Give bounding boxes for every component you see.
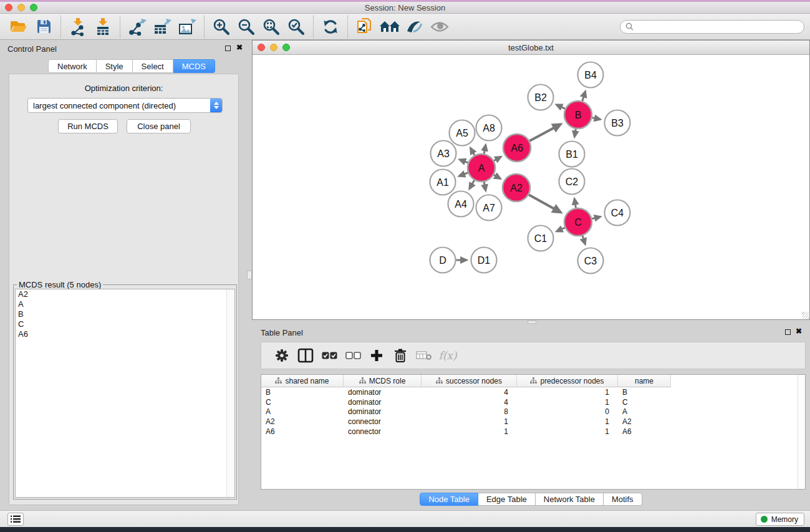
graph-node-A4[interactable]: A4	[448, 191, 474, 217]
graph-node-B1[interactable]: B1	[559, 142, 585, 167]
graph-edge-A-A3[interactable]	[460, 160, 468, 163]
graph-node-A3[interactable]: A3	[431, 141, 456, 167]
tab-motifs[interactable]: Motifs	[604, 493, 642, 506]
task-history-button[interactable]	[7, 513, 24, 526]
table-row[interactable]: Adominator80A	[261, 407, 805, 417]
tab-node-table[interactable]: Node Table	[420, 493, 478, 506]
table-row[interactable]: A6connector11A6	[261, 427, 805, 437]
deselect-all-button[interactable]	[341, 344, 365, 367]
column-header-MCDS-role[interactable]: MCDS role	[344, 375, 422, 387]
graph-edge-A6-B[interactable]	[529, 124, 560, 141]
graph-edge-C-C3[interactable]	[582, 236, 585, 244]
column-header-predecessor-nodes[interactable]: predecessor nodes	[517, 375, 618, 387]
graph-node-A1[interactable]: A1	[430, 170, 456, 195]
zoom-selected-button[interactable]	[284, 16, 309, 38]
mcds-result-list[interactable]: A2ABCA6	[15, 289, 235, 498]
tab-edge-table[interactable]: Edge Table	[478, 493, 536, 506]
run-mcds-button[interactable]: Run MCDS	[58, 119, 118, 133]
column-header-name[interactable]: name	[618, 375, 671, 387]
memory-button[interactable]: Memory	[756, 513, 804, 526]
toolbar-search[interactable]	[620, 20, 804, 34]
result-item[interactable]: C	[16, 319, 234, 329]
import-table-button[interactable]	[90, 16, 115, 38]
criterion-dropdown[interactable]: largest connected component (directed)	[27, 98, 223, 113]
graph-edge-C-C2[interactable]	[574, 199, 576, 208]
graph-node-A5[interactable]: A5	[450, 120, 475, 146]
graph-edge-A-A7[interactable]	[484, 182, 486, 191]
graph-edge-B-B1[interactable]	[574, 129, 576, 137]
home-button[interactable]	[377, 16, 402, 38]
graph-node-B[interactable]: B	[564, 101, 592, 128]
window-resize-grip[interactable]	[802, 312, 809, 319]
graph-node-A[interactable]: A	[468, 154, 495, 181]
graph-edge-A-A6[interactable]	[494, 157, 501, 161]
splitter-handle-vertical[interactable]	[247, 271, 252, 279]
graph-edge-C-C4[interactable]	[592, 217, 600, 219]
tab-select[interactable]: Select	[133, 59, 173, 73]
float-panel-icon[interactable]	[225, 46, 231, 51]
show-column-button[interactable]	[294, 344, 317, 367]
refresh-button[interactable]	[318, 16, 343, 38]
column-header-successor-nodes[interactable]: successor nodes	[422, 375, 517, 387]
network-canvas[interactable]: AA1A2A3A4A5A6A7A8BB1B2B3B4CC1C2C3C4DD1	[253, 55, 809, 319]
result-item[interactable]: A	[16, 299, 234, 309]
zoom-in-button[interactable]	[209, 16, 234, 38]
table-scrollbar[interactable]	[798, 375, 805, 489]
graph-edge-A-A8[interactable]	[484, 145, 486, 154]
result-item[interactable]: B	[16, 309, 234, 319]
tab-network[interactable]: Network	[48, 59, 97, 73]
zoom-out-button[interactable]	[234, 16, 259, 38]
tab-style[interactable]: Style	[97, 59, 133, 73]
close-table-panel-icon[interactable]: ✖	[796, 327, 802, 336]
table-row[interactable]: A2connector11A2	[261, 417, 805, 427]
graph-node-D1[interactable]: D1	[471, 248, 497, 273]
open-session-button[interactable]	[6, 16, 31, 38]
graph-node-C3[interactable]: C3	[578, 248, 604, 274]
birds-eye-view-button[interactable]	[402, 16, 427, 38]
table-row[interactable]: Bdominator41B	[261, 387, 805, 397]
graph-edge-A-A5[interactable]	[471, 148, 475, 155]
result-item[interactable]: A2	[16, 289, 234, 299]
graph-node-C2[interactable]: C2	[559, 169, 585, 195]
close-panel-icon[interactable]: ✖	[236, 43, 243, 52]
result-list-scrollbar[interactable]	[226, 289, 234, 497]
function-builder-button[interactable]: f(x)	[436, 344, 460, 367]
graph-edge-B-B2[interactable]	[557, 105, 566, 109]
graph-node-A2[interactable]: A2	[503, 174, 530, 201]
create-column-button[interactable]	[365, 344, 388, 367]
graph-node-B2[interactable]: B2	[528, 85, 554, 110]
table-row[interactable]: Cdominator41C	[261, 397, 805, 407]
graph-edge-A-A1[interactable]	[460, 173, 468, 176]
graph-node-C[interactable]: C	[564, 208, 592, 236]
float-table-panel-icon[interactable]	[785, 329, 791, 335]
graph-node-B4[interactable]: B4	[578, 62, 604, 88]
delete-table-button[interactable]	[412, 344, 436, 367]
tab-mcds[interactable]: MCDS	[173, 59, 215, 73]
graph-edge-C-C1[interactable]	[557, 228, 565, 231]
graph-edge-A-A4[interactable]	[470, 180, 475, 188]
select-all-button[interactable]	[317, 344, 341, 367]
graph-node-A6[interactable]: A6	[503, 134, 531, 162]
zoom-fit-button[interactable]	[259, 16, 284, 38]
graph-node-C1[interactable]: C1	[528, 226, 554, 251]
graph-node-C4[interactable]: C4	[605, 200, 630, 226]
network-window-titlebar[interactable]: testGlobe.txt	[253, 41, 809, 55]
graph-edge-A-A2[interactable]	[494, 175, 500, 178]
delete-columns-button[interactable]	[388, 344, 412, 367]
splitter-handle-horizontal[interactable]	[528, 321, 536, 324]
search-input[interactable]	[634, 22, 789, 32]
graph-edge-B-B3[interactable]	[592, 118, 600, 120]
export-network-button[interactable]	[125, 16, 150, 38]
graph-node-A7[interactable]: A7	[476, 195, 502, 221]
column-header-shared-name[interactable]: shared name	[261, 375, 344, 387]
save-session-button[interactable]	[31, 16, 56, 38]
show-hide-panels-button[interactable]	[427, 16, 452, 38]
tab-network-table[interactable]: Network Table	[536, 493, 604, 506]
graph-edge-B-B4[interactable]	[582, 92, 586, 101]
graph-edge-A2-C[interactable]	[529, 195, 561, 212]
copy-network-view-button[interactable]	[352, 16, 377, 38]
graph-node-A8[interactable]: A8	[476, 115, 502, 141]
graph-node-D[interactable]: D	[430, 248, 456, 273]
import-network-button[interactable]	[65, 16, 90, 38]
graph-node-B3[interactable]: B3	[605, 110, 630, 136]
